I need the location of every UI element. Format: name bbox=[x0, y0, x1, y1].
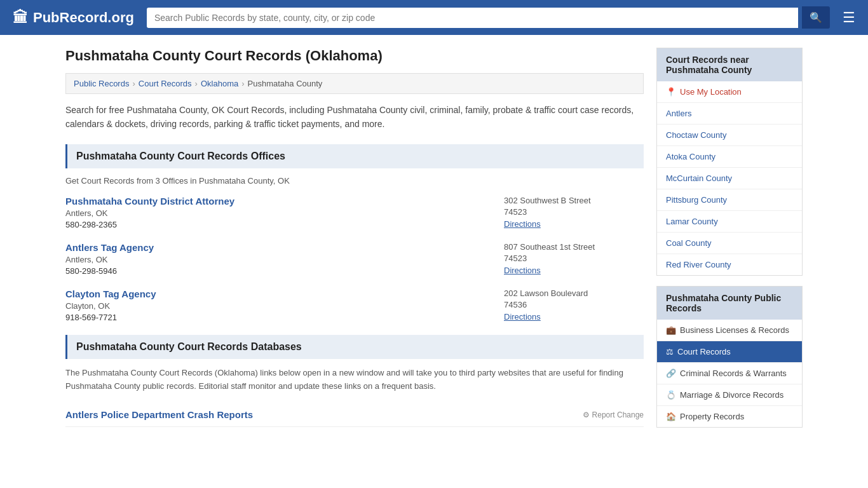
nearby-item-4[interactable]: Pittsburg County bbox=[657, 189, 802, 211]
nearby-label-2: Atoka County bbox=[666, 152, 715, 161]
sidebar-label-business: Business Licenses & Records bbox=[680, 325, 789, 335]
sidebar-item-court[interactable]: ⚖ Court Records bbox=[657, 341, 802, 363]
breadcrumb-oklahoma[interactable]: Oklahoma bbox=[201, 79, 238, 88]
office-name-2[interactable]: Clayton Tag Agency bbox=[65, 288, 491, 299]
sidebar: Court Records near Pushmataha County 📍 U… bbox=[656, 48, 803, 438]
office-phone: 580-298-2365 bbox=[65, 220, 491, 229]
breadcrumb: Public Records › Court Records › Oklahom… bbox=[65, 73, 644, 94]
directions-link-2[interactable]: Directions bbox=[504, 312, 541, 322]
office-address-1: 807 Southeast 1st Street bbox=[504, 242, 644, 252]
office-zip: 74523 bbox=[504, 207, 644, 217]
databases-description: The Pushmataha County Court Records (Okl… bbox=[65, 367, 644, 393]
logo[interactable]: 🏛 PubRecord.org bbox=[13, 9, 134, 27]
offices-section-header: Pushmataha County Court Records Offices bbox=[65, 144, 644, 168]
search-button[interactable]: 🔍 bbox=[802, 6, 830, 29]
office-city: Antlers, OK bbox=[65, 208, 491, 218]
sidebar-item-criminal[interactable]: 🔗 Criminal Records & Warrants bbox=[657, 363, 802, 384]
use-location-label: Use My Location bbox=[680, 87, 742, 97]
sidebar-label-court: Court Records bbox=[677, 347, 731, 356]
nearby-item-1[interactable]: Choctaw County bbox=[657, 125, 802, 146]
db-entry-0: Antlers Police Department Crash Reports … bbox=[65, 403, 644, 427]
office-address: 302 Southwest B Street bbox=[504, 196, 644, 205]
breadcrumb-court-records[interactable]: Court Records bbox=[139, 79, 192, 88]
nearby-header: Court Records near Pushmataha County bbox=[657, 48, 802, 81]
office-zip-1: 74523 bbox=[504, 254, 644, 263]
sidebar-label-marriage: Marriage & Divorce Records bbox=[680, 390, 783, 400]
site-header: 🏛 PubRecord.org 🔍 ☰ bbox=[0, 0, 868, 35]
main-container: Pushmataha County Court Records (Oklahom… bbox=[53, 35, 815, 451]
office-name[interactable]: Pushmataha County District Attorney bbox=[65, 196, 491, 207]
office-city-2: Clayton, OK bbox=[65, 301, 491, 311]
search-input[interactable] bbox=[147, 8, 798, 28]
office-phone-2: 918-569-7721 bbox=[65, 313, 491, 322]
court-icon: ⚖ bbox=[666, 347, 674, 356]
sidebar-label-criminal: Criminal Records & Warrants bbox=[680, 369, 787, 378]
breadcrumb-public-records[interactable]: Public Records bbox=[74, 79, 129, 88]
marriage-icon: 💍 bbox=[666, 390, 676, 400]
nearby-item-7[interactable]: Red River County bbox=[657, 254, 802, 275]
menu-button[interactable]: ☰ bbox=[843, 10, 855, 26]
criminal-icon: 🔗 bbox=[666, 369, 676, 378]
nearby-item-2[interactable]: Atoka County bbox=[657, 146, 802, 168]
nearby-box: Court Records near Pushmataha County 📍 U… bbox=[656, 48, 803, 276]
report-change-icon: ⚙ bbox=[583, 410, 590, 419]
office-address-2: 202 Lawson Boulevard bbox=[504, 288, 644, 298]
page-title: Pushmataha County Court Records (Oklahom… bbox=[65, 48, 644, 64]
nearby-item-3[interactable]: McCurtain County bbox=[657, 168, 802, 189]
pin-icon: 📍 bbox=[666, 87, 676, 97]
logo-icon: 🏛 bbox=[13, 9, 28, 27]
search-area: 🔍 bbox=[147, 6, 830, 29]
nearby-label-3: McCurtain County bbox=[666, 173, 732, 183]
nearby-item-0[interactable]: Antlers bbox=[657, 103, 802, 125]
nearby-label-0: Antlers bbox=[666, 109, 691, 118]
sidebar-item-property[interactable]: 🏠 Property Records bbox=[657, 406, 802, 427]
office-city-1: Antlers, OK bbox=[65, 255, 491, 264]
office-entry-2: Clayton Tag Agency Clayton, OK 918-569-7… bbox=[65, 288, 644, 322]
office-zip-2: 74536 bbox=[504, 300, 644, 309]
nearby-item-5[interactable]: Lamar County bbox=[657, 211, 802, 233]
briefcase-icon: 💼 bbox=[666, 325, 676, 335]
sidebar-item-marriage[interactable]: 💍 Marriage & Divorce Records bbox=[657, 384, 802, 406]
public-records-box: Pushmataha County Public Records 💼 Busin… bbox=[656, 286, 803, 428]
property-icon: 🏠 bbox=[666, 412, 676, 421]
report-change-0[interactable]: ⚙ Report Change bbox=[583, 410, 644, 419]
page-description: Search for free Pushmataha County, OK Co… bbox=[65, 103, 644, 132]
sidebar-label-property: Property Records bbox=[680, 412, 744, 421]
nearby-item-6[interactable]: Coal County bbox=[657, 233, 802, 254]
nearby-label-5: Lamar County bbox=[666, 217, 718, 226]
nearby-label-4: Pittsburg County bbox=[666, 195, 727, 205]
main-content: Pushmataha County Court Records (Oklahom… bbox=[65, 48, 644, 438]
databases-section-header: Pushmataha County Court Records Database… bbox=[65, 335, 644, 359]
logo-text: PubRecord.org bbox=[33, 10, 134, 26]
office-entry: Pushmataha County District Attorney Antl… bbox=[65, 196, 644, 229]
office-name-1[interactable]: Antlers Tag Agency bbox=[65, 242, 491, 253]
nearby-label-1: Choctaw County bbox=[666, 130, 726, 140]
office-phone-1: 580-298-5946 bbox=[65, 266, 491, 276]
use-location-item[interactable]: 📍 Use My Location bbox=[657, 81, 802, 103]
offices-count: Get Court Records from 3 Offices in Push… bbox=[65, 176, 644, 186]
db-name-0[interactable]: Antlers Police Department Crash Reports bbox=[65, 409, 253, 420]
directions-link-1[interactable]: Directions bbox=[504, 266, 541, 275]
nearby-label-7: Red River County bbox=[666, 260, 731, 269]
directions-link-0[interactable]: Directions bbox=[504, 219, 541, 229]
public-records-header: Pushmataha County Public Records bbox=[657, 287, 802, 320]
report-change-label: Report Change bbox=[592, 410, 644, 419]
office-entry: Antlers Tag Agency Antlers, OK 580-298-5… bbox=[65, 242, 644, 276]
nearby-label-6: Coal County bbox=[666, 238, 712, 248]
sidebar-item-business[interactable]: 💼 Business Licenses & Records bbox=[657, 320, 802, 341]
breadcrumb-county: Pushmataha County bbox=[248, 79, 323, 88]
